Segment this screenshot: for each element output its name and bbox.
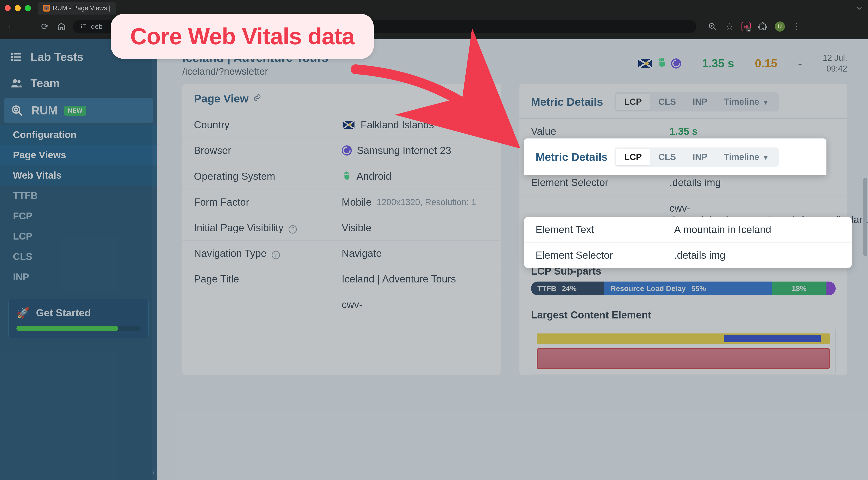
annotation-callout: Core Web Vitals data bbox=[111, 14, 374, 59]
svg-line-17 bbox=[19, 113, 22, 116]
chevron-down-icon: ▼ bbox=[763, 99, 769, 106]
nav-home-icon[interactable] bbox=[56, 22, 66, 31]
samsung-browser-icon bbox=[342, 146, 352, 156]
get-started-card[interactable]: 🚀 Get Started bbox=[8, 299, 149, 338]
svg-point-12 bbox=[12, 57, 13, 58]
sidebar-collapse-icon[interactable]: ‹ bbox=[152, 468, 155, 477]
row-value-label: Value bbox=[531, 126, 660, 137]
svg-point-15 bbox=[18, 80, 21, 84]
header-date: 12 Jul, 09:42 bbox=[823, 53, 847, 74]
spotlight-metric-rows: Element Text A mountain in Iceland Eleme… bbox=[524, 217, 852, 268]
extensions-puzzle-icon[interactable] bbox=[758, 22, 768, 31]
row-formfactor-label: Form Factor bbox=[194, 196, 333, 208]
window-maximize-icon[interactable] bbox=[25, 5, 31, 11]
site-settings-icon[interactable] bbox=[80, 22, 87, 31]
sidebar-item-configuration[interactable]: Configuration bbox=[0, 125, 157, 145]
zoom-icon[interactable] bbox=[707, 22, 717, 31]
url-text: deb bbox=[91, 23, 102, 30]
bookmark-icon[interactable]: ☆ bbox=[724, 22, 735, 32]
row-navtype-label: Navigation Type ? bbox=[194, 248, 333, 259]
permalink-icon[interactable] bbox=[253, 94, 261, 104]
chevron-down-icon: ▼ bbox=[763, 154, 769, 161]
sidebar-rum[interactable]: RUM NEW bbox=[4, 98, 153, 123]
list-icon bbox=[10, 51, 24, 63]
browser-tab[interactable]: 🐻 RUM - Page Views | bbox=[38, 2, 116, 14]
sidebar-team[interactable]: Team bbox=[0, 70, 157, 96]
sidebar-item-lcp[interactable]: LCP bbox=[0, 226, 157, 247]
tab-favicon-icon: 🐻 bbox=[43, 5, 50, 11]
row-value-value: 1.35 s bbox=[670, 126, 698, 137]
tab-lcp[interactable]: LCP bbox=[616, 94, 650, 110]
row-elselector-label: Element Selector bbox=[531, 177, 660, 188]
new-badge: NEW bbox=[64, 106, 86, 116]
sidebar-item-page-views[interactable]: Page Views bbox=[0, 145, 157, 165]
annotation-arrow-icon bbox=[351, 60, 513, 148]
tab-inp[interactable]: INP bbox=[684, 149, 715, 165]
vertical-scrollbar[interactable] bbox=[863, 85, 867, 478]
annotation-text: Core Web Vitals data bbox=[130, 23, 354, 50]
nav-back-icon[interactable]: ← bbox=[6, 22, 17, 32]
row-visibility-label: Initial Page Visibility ? bbox=[194, 222, 333, 233]
row-pagetitle-value: Iceland | Adventure Tours bbox=[342, 273, 456, 285]
row-browser-label: Browser bbox=[194, 145, 333, 156]
tab-inp[interactable]: INP bbox=[684, 94, 715, 110]
magnify-icon bbox=[11, 104, 25, 117]
row-pagetitle-label: Page Title bbox=[194, 273, 333, 285]
help-icon[interactable]: ? bbox=[272, 251, 280, 259]
window-controls[interactable] bbox=[5, 5, 31, 11]
lce-preview bbox=[531, 328, 836, 375]
row-country-label: Country bbox=[194, 119, 333, 131]
android-icon bbox=[656, 57, 667, 70]
svg-point-16 bbox=[13, 106, 20, 113]
svg-point-19 bbox=[660, 60, 661, 60]
svg-line-21 bbox=[659, 58, 660, 59]
svg-point-20 bbox=[662, 60, 663, 60]
help-icon[interactable]: ? bbox=[288, 225, 297, 233]
row-os-value: Android bbox=[342, 170, 392, 182]
row-navtype-value: Navigate bbox=[342, 248, 382, 259]
page-view-title: Page View bbox=[194, 92, 249, 105]
sidebar: Lab Tests Team RUM NEW Configuration Pag… bbox=[0, 39, 157, 480]
window-close-icon[interactable] bbox=[5, 5, 11, 11]
flag-falkland-icon bbox=[638, 59, 652, 68]
svg-point-14 bbox=[13, 79, 17, 83]
row-visibility-value: Visible bbox=[342, 222, 371, 233]
sidebar-item-web-vitals[interactable]: Web Vitals bbox=[0, 165, 157, 186]
window-minimize-icon[interactable] bbox=[15, 5, 21, 11]
row-os-label: Operating System bbox=[194, 170, 333, 182]
svg-line-22 bbox=[663, 58, 664, 59]
tab-cls[interactable]: CLS bbox=[650, 149, 684, 165]
metric-details-title: Metric Details bbox=[531, 96, 603, 108]
lce-title: Largest Content Element bbox=[519, 302, 847, 325]
sidebar-item-fcp[interactable]: FCP bbox=[0, 206, 157, 226]
nav-forward-icon: → bbox=[23, 22, 33, 32]
sidebar-team-label: Team bbox=[30, 76, 60, 90]
tab-cls[interactable]: CLS bbox=[650, 94, 684, 110]
svg-point-2 bbox=[81, 27, 82, 28]
nav-reload-icon[interactable]: ⟳ bbox=[40, 22, 50, 32]
spotlight-metric-header: Metric Details LCP CLS INP Timeline▼ bbox=[524, 138, 827, 175]
android-icon bbox=[342, 170, 351, 182]
metric-tabs: LCP CLS INP Timeline▼ bbox=[615, 92, 779, 111]
row-formfactor-value: Mobile 1200x1320, Resolution: 1 bbox=[342, 196, 476, 208]
extension-icon[interactable]: ▦1 bbox=[742, 22, 751, 31]
sidebar-item-ttfb[interactable]: TTFB bbox=[0, 186, 157, 206]
profile-avatar[interactable]: U bbox=[775, 22, 785, 32]
tab-timeline[interactable]: Timeline▼ bbox=[715, 149, 777, 165]
browser-menu-icon[interactable]: ⋮ bbox=[792, 22, 802, 32]
sidebar-item-cls[interactable]: CLS bbox=[0, 247, 157, 267]
rocket-icon: 🚀 bbox=[17, 307, 30, 319]
header-context-icons bbox=[638, 57, 681, 70]
svg-point-13 bbox=[12, 60, 13, 61]
team-icon bbox=[10, 77, 24, 90]
tab-lcp[interactable]: LCP bbox=[616, 149, 650, 165]
sidebar-item-inp[interactable]: INP bbox=[0, 267, 157, 287]
window-expand-icon[interactable] bbox=[855, 4, 863, 13]
row-url-partial: cwv- bbox=[342, 299, 363, 310]
get-started-label: Get Started bbox=[36, 307, 91, 319]
tab-timeline[interactable]: Timeline▼ bbox=[715, 94, 777, 110]
sidebar-lab-tests-label: Lab Tests bbox=[30, 50, 84, 64]
tab-title: RUM - Page Views | bbox=[53, 4, 111, 12]
row-elselector-value: .details img bbox=[670, 177, 721, 188]
lcp-subparts-bar: TTFB24% Resource Load Delay55% 18% bbox=[531, 282, 836, 295]
